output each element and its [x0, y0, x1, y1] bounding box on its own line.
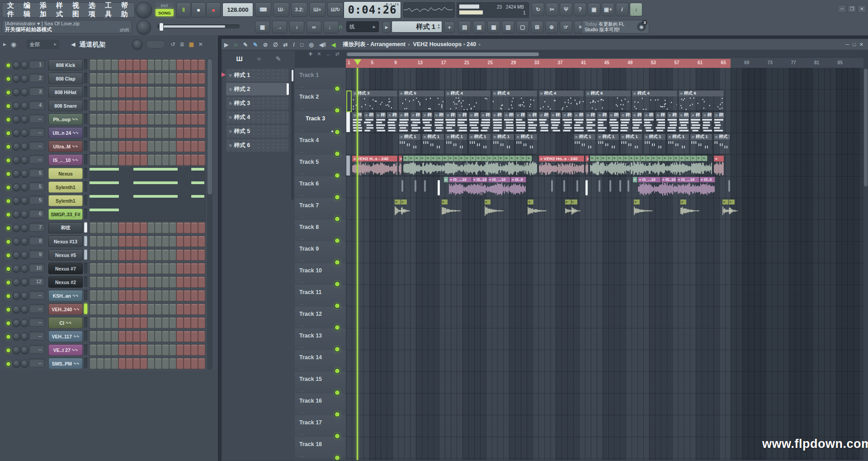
channel-number[interactable]: -- — [29, 114, 45, 123]
step-button[interactable] — [176, 263, 184, 274]
track-led[interactable] — [334, 107, 340, 114]
step-button[interactable] — [111, 114, 118, 125]
channel-volume-knob[interactable] — [21, 143, 28, 150]
channel-volume-knob[interactable] — [21, 102, 28, 109]
piano-roll-preview-bar[interactable] — [191, 195, 204, 198]
step-button[interactable] — [111, 317, 118, 328]
arr-expand-icon[interactable]: ⇔ — [326, 52, 330, 57]
wait-for-input-icon[interactable]: Ш◦ — [273, 2, 289, 17]
channel-volume-knob[interactable] — [21, 129, 28, 137]
step-button[interactable] — [147, 86, 155, 98]
track-more-dots[interactable]: ... — [299, 105, 304, 110]
step-button[interactable] — [191, 344, 198, 356]
step-button[interactable] — [169, 154, 176, 166]
step-button[interactable] — [169, 344, 176, 356]
channel-number[interactable]: -- — [29, 318, 45, 327]
track-name[interactable]: Track 1 — [299, 72, 319, 78]
step-button[interactable] — [155, 59, 162, 71]
channel-volume-knob[interactable] — [21, 75, 28, 82]
chop-cell[interactable]: » — [499, 156, 504, 161]
pattern-clip[interactable]: ≡样式 2 — [667, 112, 678, 133]
step-button[interactable] — [169, 127, 176, 138]
chop-cell[interactable]: » — [482, 156, 487, 161]
fx-chop-header[interactable]: » — [565, 200, 571, 204]
mute-tool-icon[interactable]: ∅ — [273, 42, 278, 48]
track-name[interactable]: Track 14 — [299, 354, 322, 361]
track-header[interactable]: Track 12... — [295, 307, 346, 329]
step-button[interactable] — [111, 236, 118, 247]
pattern-clip[interactable]: ≡样式 2 — [643, 112, 654, 133]
step-button[interactable] — [97, 86, 104, 98]
chop-cell[interactable]: » — [454, 156, 459, 161]
chop-cell[interactable]: » — [443, 156, 448, 161]
step-button[interactable] — [162, 249, 169, 261]
channel-number[interactable]: -- — [29, 331, 45, 340]
playhead-line[interactable] — [357, 68, 358, 460]
audio-hit[interactable] — [585, 180, 588, 195]
step-button[interactable] — [155, 114, 162, 125]
step-button[interactable] — [111, 86, 118, 98]
step-button[interactable] — [140, 154, 147, 166]
audio-hit[interactable] — [599, 180, 600, 192]
chop-cell[interactable]: » — [613, 156, 618, 161]
channel-pan-knob[interactable] — [13, 278, 20, 286]
chop-cell[interactable]: » — [641, 156, 646, 161]
step-button[interactable] — [169, 263, 176, 274]
step-button[interactable] — [198, 86, 205, 98]
step-button[interactable] — [155, 141, 162, 152]
pattern-clip[interactable]: ≡样式 1 — [468, 133, 491, 154]
channel-pan-knob[interactable] — [13, 360, 20, 367]
step-button[interactable] — [140, 249, 147, 261]
audio-hit[interactable] — [415, 180, 416, 192]
channel-pan-knob[interactable] — [13, 346, 20, 354]
audio-clip-header[interactable]: » IS_...10 — [488, 177, 510, 182]
pattern-clip[interactable]: ≡样式 4 — [445, 90, 491, 111]
channel-volume-knob[interactable] — [21, 170, 28, 177]
chop-cell[interactable]: » — [510, 156, 515, 161]
chop-cell[interactable]: » — [674, 156, 679, 161]
fx-chop-header[interactable]: » — [729, 200, 735, 204]
channel-led[interactable] — [5, 293, 11, 299]
step-button[interactable] — [126, 100, 133, 111]
fx-chop-header[interactable]: » — [442, 200, 448, 204]
step-button[interactable] — [169, 331, 176, 342]
track-more-dots[interactable]: ... — [299, 171, 304, 175]
channel-pan-knob[interactable] — [13, 170, 20, 177]
step-button[interactable] — [162, 73, 169, 84]
chop-cell[interactable]: » — [476, 156, 481, 161]
channel-pan-knob[interactable] — [13, 129, 20, 137]
track-header[interactable]: Track 7... — [295, 198, 346, 220]
step-button[interactable] — [126, 276, 133, 288]
pattern-clip[interactable]: ≡样式 4 — [632, 90, 678, 111]
step-button[interactable] — [104, 236, 111, 247]
step-button[interactable] — [118, 304, 126, 315]
app-close-button[interactable]: ✕ — [858, 5, 866, 13]
pattern-clip[interactable]: ≡样式 6 — [678, 90, 724, 111]
channel-number[interactable]: -- — [29, 155, 45, 164]
track-led[interactable] — [334, 216, 340, 222]
step-button[interactable] — [97, 249, 104, 261]
time-display[interactable]: 0:04:26 M:S:CS — [344, 1, 401, 19]
pattern-clip[interactable]: ≡样式 1 — [690, 133, 712, 154]
chop-cell[interactable]: » — [515, 156, 521, 161]
channel-button[interactable]: 808 Clap — [48, 73, 83, 84]
step-button[interactable] — [104, 358, 111, 369]
track-led[interactable] — [334, 346, 340, 352]
chop-cell[interactable]: » — [471, 156, 476, 161]
step-button[interactable] — [147, 304, 155, 315]
countdown-icon[interactable]: 3.2: — [291, 2, 307, 17]
step-button[interactable] — [155, 317, 162, 328]
automation-tab[interactable]: ✎ — [276, 55, 281, 62]
step-button[interactable] — [162, 290, 169, 301]
step-button[interactable] — [155, 358, 162, 369]
step-button[interactable] — [169, 59, 176, 71]
step-button[interactable] — [169, 236, 176, 247]
step-button[interactable] — [176, 358, 184, 369]
step-button[interactable] — [90, 249, 97, 261]
track-led[interactable] — [334, 455, 340, 460]
channel-number[interactable]: 5 — [29, 168, 45, 177]
channel-led[interactable] — [5, 212, 11, 218]
step-button[interactable] — [184, 304, 191, 315]
track-more-dots[interactable]: ... — [299, 323, 304, 327]
horizontal-scrollbar[interactable] — [346, 52, 856, 57]
